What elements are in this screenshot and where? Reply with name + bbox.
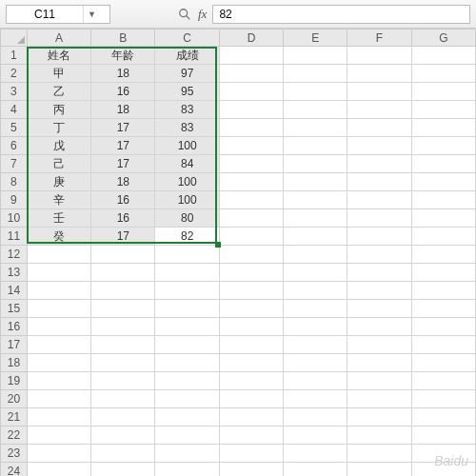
col-header-E[interactable]: E: [284, 30, 347, 47]
cell-B7[interactable]: 17: [91, 155, 155, 173]
formula-input[interactable]: [212, 5, 470, 24]
cell-E16[interactable]: [284, 318, 347, 336]
cell-G6[interactable]: [411, 137, 475, 155]
cell-G18[interactable]: [411, 354, 475, 372]
cell-E21[interactable]: [284, 408, 347, 426]
cell-D21[interactable]: [219, 408, 283, 426]
cell-A11[interactable]: 癸: [27, 228, 90, 246]
cell-D12[interactable]: [219, 246, 283, 264]
cell-B22[interactable]: [91, 426, 155, 445]
cell-G11[interactable]: [411, 228, 475, 246]
cell-G16[interactable]: [411, 318, 475, 336]
search-icon[interactable]: [177, 7, 192, 22]
cell-G1[interactable]: [411, 47, 475, 65]
cell-D19[interactable]: [219, 372, 283, 390]
cell-G10[interactable]: [411, 209, 475, 228]
cell-D16[interactable]: [219, 318, 283, 336]
row-header-5[interactable]: 5: [1, 119, 28, 137]
col-header-A[interactable]: A: [27, 30, 90, 47]
cell-B3[interactable]: 16: [91, 83, 155, 101]
cell-C14[interactable]: [155, 282, 219, 300]
cell-F19[interactable]: [347, 372, 411, 390]
cell-A1[interactable]: 姓名: [27, 47, 90, 65]
row-header-4[interactable]: 4: [1, 101, 28, 119]
cell-B9[interactable]: 16: [91, 191, 155, 209]
cell-B1[interactable]: 年龄: [91, 47, 155, 65]
cell-A20[interactable]: [27, 390, 90, 408]
cell-C10[interactable]: 80: [155, 209, 219, 228]
col-header-G[interactable]: G: [411, 30, 475, 47]
cell-D22[interactable]: [219, 426, 283, 445]
cell-E1[interactable]: [284, 47, 347, 65]
cell-G17[interactable]: [411, 336, 475, 354]
cell-A15[interactable]: [27, 300, 90, 318]
cell-F4[interactable]: [347, 101, 411, 119]
cell-E12[interactable]: [284, 246, 347, 264]
cell-D2[interactable]: [219, 65, 283, 83]
cell-A23[interactable]: [27, 445, 90, 463]
cell-C12[interactable]: [155, 246, 219, 264]
cell-A9[interactable]: 辛: [27, 191, 90, 209]
cell-G3[interactable]: [411, 83, 475, 101]
row-header-1[interactable]: 1: [1, 47, 28, 65]
cell-B2[interactable]: 18: [91, 65, 155, 83]
cell-A24[interactable]: [27, 463, 90, 477]
cell-F24[interactable]: [347, 463, 411, 477]
cell-B23[interactable]: [91, 445, 155, 463]
cell-G22[interactable]: [411, 426, 475, 445]
cell-C6[interactable]: 100: [155, 137, 219, 155]
cell-E13[interactable]: [284, 264, 347, 282]
cell-G14[interactable]: [411, 282, 475, 300]
cell-G24[interactable]: [411, 463, 475, 477]
cell-G2[interactable]: [411, 65, 475, 83]
cell-D11[interactable]: [219, 228, 283, 246]
cell-E22[interactable]: [284, 426, 347, 445]
cell-C9[interactable]: 100: [155, 191, 219, 209]
cell-A18[interactable]: [27, 354, 90, 372]
cell-B10[interactable]: 16: [91, 209, 155, 228]
row-header-19[interactable]: 19: [1, 372, 28, 390]
col-header-C[interactable]: C: [155, 30, 219, 47]
cell-D1[interactable]: [219, 47, 283, 65]
cell-F5[interactable]: [347, 119, 411, 137]
row-header-16[interactable]: 16: [1, 318, 28, 336]
cell-B18[interactable]: [91, 354, 155, 372]
cell-E17[interactable]: [284, 336, 347, 354]
row-header-23[interactable]: 23: [1, 445, 28, 463]
name-box-input[interactable]: [7, 8, 83, 21]
row-header-14[interactable]: 14: [1, 282, 28, 300]
cell-A2[interactable]: 甲: [27, 65, 90, 83]
cell-G19[interactable]: [411, 372, 475, 390]
row-header-3[interactable]: 3: [1, 83, 28, 101]
cell-D10[interactable]: [219, 209, 283, 228]
cell-C19[interactable]: [155, 372, 219, 390]
cell-G23[interactable]: [411, 445, 475, 463]
cell-F16[interactable]: [347, 318, 411, 336]
cell-C1[interactable]: 成绩: [155, 47, 219, 65]
select-all-corner[interactable]: [1, 30, 28, 47]
cell-A14[interactable]: [27, 282, 90, 300]
row-header-24[interactable]: 24: [1, 463, 28, 477]
cell-C21[interactable]: [155, 408, 219, 426]
cell-F20[interactable]: [347, 390, 411, 408]
row-header-15[interactable]: 15: [1, 300, 28, 318]
cell-A21[interactable]: [27, 408, 90, 426]
col-header-F[interactable]: F: [347, 30, 411, 47]
cell-D24[interactable]: [219, 463, 283, 477]
cell-F12[interactable]: [347, 246, 411, 264]
cell-G9[interactable]: [411, 191, 475, 209]
cell-G20[interactable]: [411, 390, 475, 408]
cell-B5[interactable]: 17: [91, 119, 155, 137]
cell-B12[interactable]: [91, 246, 155, 264]
cell-G5[interactable]: [411, 119, 475, 137]
cell-B21[interactable]: [91, 408, 155, 426]
row-header-22[interactable]: 22: [1, 426, 28, 445]
cell-G13[interactable]: [411, 264, 475, 282]
cell-B6[interactable]: 17: [91, 137, 155, 155]
cell-B24[interactable]: [91, 463, 155, 477]
cell-B11[interactable]: 17: [91, 228, 155, 246]
cell-A13[interactable]: [27, 264, 90, 282]
cell-A5[interactable]: 丁: [27, 119, 90, 137]
cell-E7[interactable]: [284, 155, 347, 173]
cell-F11[interactable]: [347, 228, 411, 246]
